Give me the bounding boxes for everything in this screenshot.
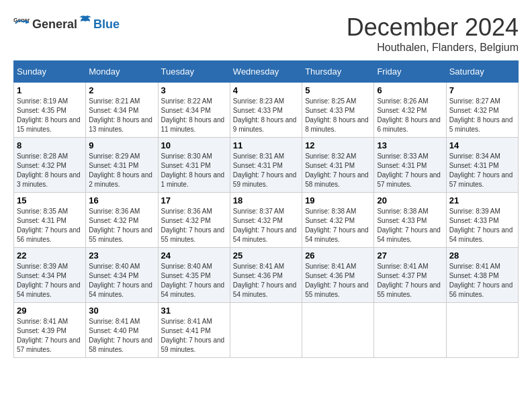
day-number: 21: [449, 195, 515, 205]
calendar-week-row: 29Sunrise: 8:41 AM Sunset: 4:39 PM Dayli…: [14, 303, 519, 358]
day-info: Sunrise: 8:21 AM Sunset: 4:34 PM Dayligh…: [89, 97, 154, 134]
day-number: 9: [89, 140, 154, 150]
calendar-cell: 10Sunrise: 8:30 AM Sunset: 4:31 PM Dayli…: [158, 138, 230, 193]
day-info: Sunrise: 8:28 AM Sunset: 4:32 PM Dayligh…: [17, 152, 83, 189]
day-number: 2: [89, 85, 154, 95]
day-number: 7: [449, 85, 515, 95]
day-number: 29: [17, 306, 83, 316]
day-number: 27: [377, 250, 443, 261]
calendar-cell: [302, 303, 374, 358]
day-number: 20: [377, 195, 443, 205]
calendar-week-row: 8Sunrise: 8:28 AM Sunset: 4:32 PM Daylig…: [14, 138, 519, 193]
calendar-cell: [446, 303, 518, 358]
day-number: 28: [449, 250, 515, 261]
calendar-cell: 21Sunrise: 8:39 AM Sunset: 4:33 PM Dayli…: [446, 193, 518, 248]
day-info: Sunrise: 8:36 AM Sunset: 4:32 PM Dayligh…: [89, 207, 154, 244]
day-info: Sunrise: 8:25 AM Sunset: 4:33 PM Dayligh…: [305, 97, 371, 134]
weekday-header-friday: Friday: [374, 61, 446, 83]
calendar-cell: 23Sunrise: 8:40 AM Sunset: 4:34 PM Dayli…: [86, 248, 158, 303]
day-number: 15: [17, 195, 83, 205]
day-info: Sunrise: 8:30 AM Sunset: 4:31 PM Dayligh…: [161, 152, 227, 189]
calendar-cell: 12Sunrise: 8:32 AM Sunset: 4:31 PM Dayli…: [302, 138, 374, 193]
day-number: 1: [17, 85, 83, 95]
day-number: 11: [233, 140, 299, 150]
day-info: Sunrise: 8:27 AM Sunset: 4:32 PM Dayligh…: [449, 97, 515, 134]
day-number: 13: [377, 140, 443, 150]
day-info: Sunrise: 8:41 AM Sunset: 4:36 PM Dayligh…: [305, 262, 371, 300]
day-number: 3: [161, 85, 227, 95]
calendar-cell: 20Sunrise: 8:38 AM Sunset: 4:33 PM Dayli…: [374, 193, 446, 248]
weekday-header-wednesday: Wednesday: [230, 61, 302, 83]
logo-blue-text: Blue: [93, 17, 120, 32]
calendar-cell: 17Sunrise: 8:36 AM Sunset: 4:32 PM Dayli…: [158, 193, 230, 248]
logo-general-text: General: [32, 17, 77, 32]
day-info: Sunrise: 8:31 AM Sunset: 4:31 PM Dayligh…: [233, 152, 299, 189]
day-info: Sunrise: 8:23 AM Sunset: 4:33 PM Dayligh…: [233, 97, 299, 134]
day-info: Sunrise: 8:32 AM Sunset: 4:31 PM Dayligh…: [305, 152, 371, 189]
calendar-cell: 18Sunrise: 8:37 AM Sunset: 4:32 PM Dayli…: [230, 193, 302, 248]
day-info: Sunrise: 8:22 AM Sunset: 4:34 PM Dayligh…: [161, 97, 227, 134]
day-number: 26: [305, 250, 371, 261]
calendar-week-row: 15Sunrise: 8:35 AM Sunset: 4:31 PM Dayli…: [14, 193, 519, 248]
day-info: Sunrise: 8:41 AM Sunset: 4:40 PM Dayligh…: [89, 317, 154, 355]
logo: General General Blue: [13, 13, 120, 32]
calendar-cell: 9Sunrise: 8:29 AM Sunset: 4:31 PM Daylig…: [86, 138, 158, 193]
calendar-table: SundayMondayTuesdayWednesdayThursdayFrid…: [13, 60, 519, 358]
calendar-cell: 16Sunrise: 8:36 AM Sunset: 4:32 PM Dayli…: [86, 193, 158, 248]
weekday-header-monday: Monday: [86, 61, 158, 83]
day-number: 16: [89, 195, 154, 205]
day-info: Sunrise: 8:39 AM Sunset: 4:33 PM Dayligh…: [449, 207, 515, 244]
calendar-cell: 19Sunrise: 8:38 AM Sunset: 4:32 PM Dayli…: [302, 193, 374, 248]
calendar-cell: 3Sunrise: 8:22 AM Sunset: 4:34 PM Daylig…: [158, 83, 230, 138]
calendar-week-row: 22Sunrise: 8:39 AM Sunset: 4:34 PM Dayli…: [14, 248, 519, 303]
day-info: Sunrise: 8:40 AM Sunset: 4:34 PM Dayligh…: [89, 262, 154, 300]
weekday-header-saturday: Saturday: [446, 61, 518, 83]
day-number: 10: [161, 140, 227, 150]
calendar-cell: 13Sunrise: 8:33 AM Sunset: 4:31 PM Dayli…: [374, 138, 446, 193]
calendar-cell: 1Sunrise: 8:19 AM Sunset: 4:35 PM Daylig…: [14, 83, 86, 138]
month-title: December 2024: [347, 13, 519, 42]
calendar-week-row: 1Sunrise: 8:19 AM Sunset: 4:35 PM Daylig…: [14, 83, 519, 138]
calendar-cell: 11Sunrise: 8:31 AM Sunset: 4:31 PM Dayli…: [230, 138, 302, 193]
calendar-cell: 7Sunrise: 8:27 AM Sunset: 4:32 PM Daylig…: [446, 83, 518, 138]
day-info: Sunrise: 8:38 AM Sunset: 4:32 PM Dayligh…: [305, 207, 371, 244]
day-number: 8: [17, 140, 83, 150]
weekday-header-row: SundayMondayTuesdayWednesdayThursdayFrid…: [14, 61, 519, 83]
logo-icon: General: [13, 15, 30, 31]
day-number: 25: [233, 250, 299, 261]
day-number: 4: [233, 85, 299, 95]
calendar-cell: 24Sunrise: 8:40 AM Sunset: 4:35 PM Dayli…: [158, 248, 230, 303]
calendar-cell: 22Sunrise: 8:39 AM Sunset: 4:34 PM Dayli…: [14, 248, 86, 303]
day-info: Sunrise: 8:41 AM Sunset: 4:39 PM Dayligh…: [17, 317, 83, 355]
day-info: Sunrise: 8:38 AM Sunset: 4:33 PM Dayligh…: [377, 207, 443, 244]
day-info: Sunrise: 8:37 AM Sunset: 4:32 PM Dayligh…: [233, 207, 299, 244]
day-info: Sunrise: 8:41 AM Sunset: 4:41 PM Dayligh…: [161, 317, 227, 355]
calendar-cell: 15Sunrise: 8:35 AM Sunset: 4:31 PM Dayli…: [14, 193, 86, 248]
calendar-cell: 5Sunrise: 8:25 AM Sunset: 4:33 PM Daylig…: [302, 83, 374, 138]
calendar-cell: [230, 303, 302, 358]
day-info: Sunrise: 8:35 AM Sunset: 4:31 PM Dayligh…: [17, 207, 83, 244]
calendar-cell: 14Sunrise: 8:34 AM Sunset: 4:31 PM Dayli…: [446, 138, 518, 193]
day-info: Sunrise: 8:41 AM Sunset: 4:36 PM Dayligh…: [233, 262, 299, 300]
day-number: 6: [377, 85, 443, 95]
calendar-cell: 29Sunrise: 8:41 AM Sunset: 4:39 PM Dayli…: [14, 303, 86, 358]
day-number: 22: [17, 250, 83, 261]
calendar-cell: 2Sunrise: 8:21 AM Sunset: 4:34 PM Daylig…: [86, 83, 158, 138]
day-info: Sunrise: 8:19 AM Sunset: 4:35 PM Dayligh…: [17, 97, 83, 134]
calendar-cell: 6Sunrise: 8:26 AM Sunset: 4:32 PM Daylig…: [374, 83, 446, 138]
day-info: Sunrise: 8:26 AM Sunset: 4:32 PM Dayligh…: [377, 97, 443, 134]
day-number: 24: [161, 250, 227, 261]
day-number: 30: [89, 306, 154, 316]
day-info: Sunrise: 8:29 AM Sunset: 4:31 PM Dayligh…: [89, 152, 154, 189]
calendar-cell: 28Sunrise: 8:41 AM Sunset: 4:38 PM Dayli…: [446, 248, 518, 303]
day-info: Sunrise: 8:41 AM Sunset: 4:38 PM Dayligh…: [449, 262, 515, 300]
day-number: 31: [161, 306, 227, 316]
day-number: 18: [233, 195, 299, 205]
logo-bird-icon: [78, 13, 93, 28]
calendar-cell: 4Sunrise: 8:23 AM Sunset: 4:33 PM Daylig…: [230, 83, 302, 138]
day-info: Sunrise: 8:36 AM Sunset: 4:32 PM Dayligh…: [161, 207, 227, 244]
day-number: 19: [305, 195, 371, 205]
day-number: 23: [89, 250, 154, 261]
location-title: Houthalen, Flanders, Belgium: [347, 42, 519, 54]
header: General General Blue December 2024 Houth…: [13, 13, 519, 54]
